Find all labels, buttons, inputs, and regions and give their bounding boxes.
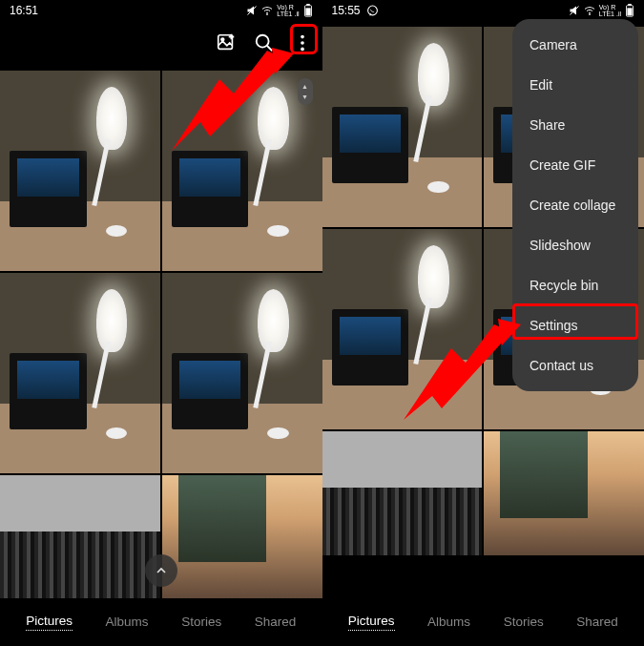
scroll-date-pill[interactable]: ▲ ▼ <box>298 78 313 105</box>
svg-point-1 <box>267 14 268 15</box>
menu-item-camera[interactable]: Camera <box>512 25 638 65</box>
svg-rect-20 <box>627 8 632 15</box>
more-options-menu: Camera Edit Share Create GIF Create coll… <box>512 19 638 391</box>
svg-point-9 <box>301 35 304 39</box>
mute-icon <box>246 5 258 16</box>
menu-item-recycle-bin[interactable]: Recycle bin <box>512 265 638 305</box>
more-options-button[interactable] <box>292 32 313 53</box>
nav-pictures[interactable]: Pictures <box>348 614 395 631</box>
phone-screenshot-left: 16:51 Vo) R LTE1 .il <box>0 0 322 646</box>
photo-thumbnail[interactable] <box>162 475 322 598</box>
bottom-navigation: Pictures Albums Stories Shared <box>0 598 322 646</box>
bottom-navigation: Pictures Albums Stories Shared <box>322 598 645 646</box>
photo-thumbnail[interactable] <box>322 27 483 227</box>
wifi-icon <box>584 5 595 16</box>
gallery-grid[interactable] <box>0 71 322 598</box>
svg-point-17 <box>589 14 590 15</box>
svg-point-15 <box>367 6 377 15</box>
svg-rect-19 <box>628 4 632 6</box>
whatsapp-icon <box>366 5 379 17</box>
status-bar: 16:51 Vo) R LTE1 .il <box>0 0 322 21</box>
nav-shared[interactable]: Shared <box>576 615 618 631</box>
menu-item-settings[interactable]: Settings <box>512 305 638 345</box>
scroll-to-top-button[interactable] <box>145 554 177 587</box>
status-bar: 15:55 Vo) R LTE1 .il <box>322 0 645 21</box>
battery-icon <box>303 4 313 17</box>
network-label: Vo) R LTE1 .il <box>277 4 299 17</box>
wifi-icon <box>261 5 273 16</box>
nav-albums[interactable]: Albums <box>427 615 470 631</box>
nav-pictures[interactable]: Pictures <box>26 614 73 631</box>
gallery-toolbar <box>0 21 322 65</box>
chevron-up-icon: ▲ <box>301 83 308 90</box>
photo-thumbnail[interactable] <box>322 431 483 555</box>
chevron-down-icon: ▼ <box>301 94 308 100</box>
menu-item-share[interactable]: Share <box>512 105 638 145</box>
svg-point-10 <box>301 41 304 45</box>
photo-thumbnail[interactable] <box>0 273 160 473</box>
nav-stories[interactable]: Stories <box>181 615 221 631</box>
svg-point-7 <box>256 35 268 48</box>
battery-icon <box>625 4 634 17</box>
create-button[interactable] <box>216 32 237 53</box>
svg-line-8 <box>266 46 272 52</box>
svg-point-11 <box>301 48 304 52</box>
status-time: 16:51 <box>10 4 38 17</box>
photo-thumbnail[interactable] <box>0 475 160 598</box>
nav-stories[interactable]: Stories <box>504 615 544 631</box>
menu-item-edit[interactable]: Edit <box>512 65 638 105</box>
phone-screenshot-right: 15:55 Vo) R LTE1 .il <box>322 0 645 646</box>
svg-rect-4 <box>305 8 310 15</box>
menu-item-contact-us[interactable]: Contact us <box>512 345 638 386</box>
photo-thumbnail[interactable] <box>484 431 644 555</box>
menu-item-slideshow[interactable]: Slideshow <box>512 225 638 265</box>
photo-thumbnail[interactable] <box>162 273 322 473</box>
search-button[interactable] <box>254 32 275 53</box>
photo-thumbnail[interactable] <box>322 229 483 429</box>
svg-rect-3 <box>306 4 310 6</box>
photo-thumbnail[interactable] <box>0 71 160 271</box>
nav-shared[interactable]: Shared <box>255 615 297 631</box>
menu-item-create-gif[interactable]: Create GIF <box>512 145 638 185</box>
menu-item-create-collage[interactable]: Create collage <box>512 185 638 225</box>
network-label: Vo) R LTE1 .il <box>599 4 621 17</box>
mute-icon <box>569 5 580 16</box>
nav-albums[interactable]: Albums <box>106 615 149 631</box>
status-time: 15:55 <box>332 4 361 17</box>
